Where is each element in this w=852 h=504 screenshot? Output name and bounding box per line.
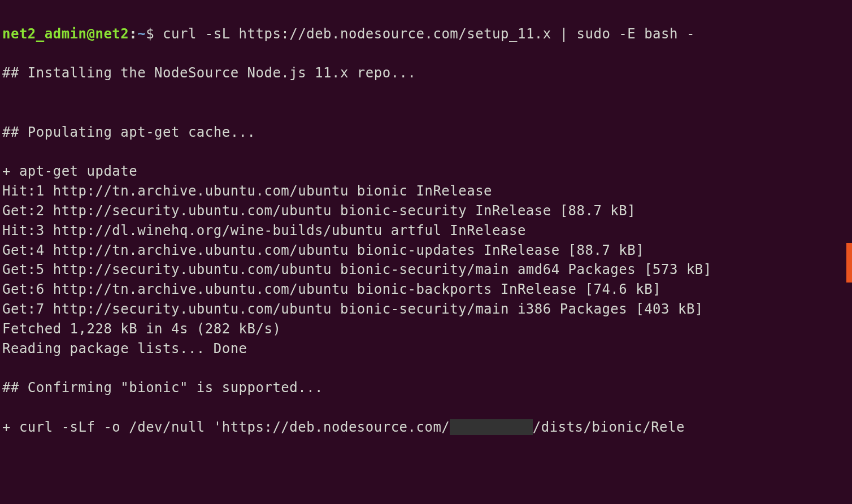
command-input: curl -sL https://deb.nodesource.com/setu… — [163, 26, 695, 42]
output-line: + curl -sLf -o /dev/null 'https://deb.no… — [2, 419, 450, 435]
output-line: Reading package lists... Done — [2, 341, 247, 357]
output-line: Get:4 http://tn.archive.ubuntu.com/ubunt… — [2, 242, 644, 258]
prompt-user-host: net2_admin@net2 — [2, 26, 129, 42]
scrollbar-thumb[interactable] — [846, 243, 852, 283]
output-line: Hit:1 http://tn.archive.ubuntu.com/ubunt… — [2, 183, 492, 199]
output-line: Hit:3 http://dl.winehq.org/wine-builds/u… — [2, 223, 526, 238]
output-line: + apt-get update — [2, 163, 137, 179]
output-line: Get:7 http://security.ubuntu.com/ubuntu … — [2, 301, 703, 317]
output-line: Fetched 1,228 kB in 4s (282 kB/s) — [2, 321, 281, 337]
command-text — [154, 26, 163, 42]
output-line: Get:6 http://tn.archive.ubuntu.com/ubunt… — [2, 281, 661, 297]
output-line: ## Confirming "bionic" is supported... — [2, 380, 323, 396]
popup-overlay — [450, 419, 533, 435]
output-line: ## Installing the NodeSource Node.js 11.… — [2, 65, 416, 81]
terminal-window[interactable]: net2_admin@net2:~$ curl -sL https://deb.… — [2, 5, 850, 437]
prompt-path: ~ — [137, 26, 146, 42]
prompt-separator: : — [129, 26, 137, 42]
output-line: Get:5 http://security.ubuntu.com/ubuntu … — [2, 262, 712, 277]
output-line: Get:2 http://security.ubuntu.com/ubuntu … — [2, 203, 636, 219]
output-line-tail: /dists/bionic/Rele — [533, 419, 685, 435]
output-line: ## Populating apt-get cache... — [2, 124, 255, 140]
prompt-dollar: $ — [146, 26, 154, 42]
